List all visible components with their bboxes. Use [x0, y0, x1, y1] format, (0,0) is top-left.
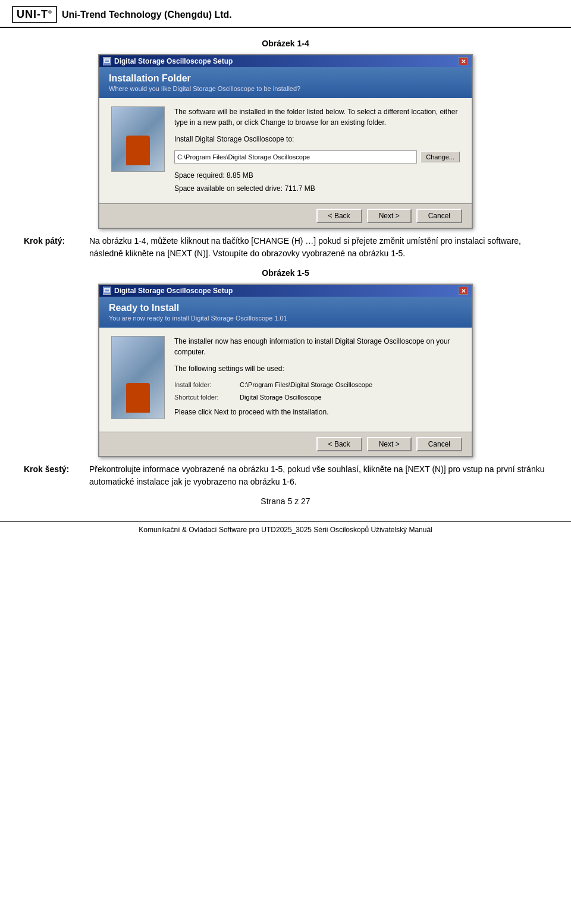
- banner-title-1: Installation Folder: [109, 73, 462, 84]
- figure1-dialog-wrapper: Digital Storage Oscilloscope Setup ✕ Ins…: [24, 54, 547, 229]
- dialog-banner-2: Ready to Install You are now ready to in…: [99, 297, 472, 328]
- settings-row-shortcut: Shortcut folder: Digital Storage Oscillo…: [174, 392, 460, 403]
- titlebar-left-2: Digital Storage Oscilloscope Setup: [103, 287, 233, 295]
- change-button[interactable]: Change...: [421, 152, 460, 162]
- back-button-1[interactable]: < Back: [316, 209, 362, 223]
- dialog-image-1: [111, 106, 165, 172]
- body-text-2c: Please click Next to proceed with the in…: [174, 407, 460, 417]
- step5-row: Krok pátý: Na obrázku 1-4, můžete klikno…: [24, 235, 547, 260]
- step6-label: Krok šestý:: [24, 463, 89, 488]
- back-button-2[interactable]: < Back: [316, 437, 362, 451]
- header-title: Uni-Trend Technology (Chengdu) Ltd.: [62, 10, 232, 20]
- logo: UNI-T®: [12, 6, 57, 23]
- cancel-button-1[interactable]: Cancel: [416, 209, 462, 223]
- dialog-text-area-2: The installer now has enough information…: [174, 336, 460, 423]
- space-required: Space required: 8.85 MB: [174, 169, 460, 183]
- dialog-buttons-1: < Back Next > Cancel: [99, 203, 472, 228]
- main-content: Obrázek 1-4 Digital Storage Oscilloscope…: [0, 28, 571, 521]
- install-path-input[interactable]: [174, 150, 417, 164]
- step5-text: Na obrázku 1-4, můžete kliknout na tlačí…: [89, 235, 547, 260]
- dialog-close-btn-1[interactable]: ✕: [459, 57, 468, 65]
- body-text-1: The software will be installed in the fo…: [174, 106, 460, 128]
- page-number: Strana 5 z 27: [24, 496, 547, 506]
- settings-table: Install folder: C:\Program Files\Digital…: [174, 380, 460, 402]
- shortcut-folder-val: Digital Storage Oscilloscope: [240, 392, 322, 403]
- space-info: Space required: 8.85 MB Space available …: [174, 169, 460, 195]
- dialog-buttons-2: < Back Next > Cancel: [99, 432, 472, 456]
- next-button-2[interactable]: Next >: [367, 437, 412, 451]
- footer-text: Komunikační & Ovládací Software pro UTD2…: [139, 526, 432, 534]
- space-available: Space available on selected drive: 711.7…: [174, 183, 460, 196]
- settings-row-install: Install folder: C:\Program Files\Digital…: [174, 380, 460, 390]
- svg-rect-2: [105, 288, 109, 292]
- dialog-icon-1: [103, 57, 111, 65]
- body-text-2b: The following settings will be used:: [174, 363, 460, 374]
- banner-sub-1: Where would you like Digital Storage Osc…: [109, 85, 462, 92]
- dialog-ready-to-install: Digital Storage Oscilloscope Setup ✕ Rea…: [98, 284, 473, 457]
- step5-label: Krok pátý:: [24, 235, 89, 260]
- dialog-text-area-1: The software will be installed in the fo…: [174, 106, 460, 195]
- dialog-image-2: [111, 336, 165, 419]
- step6-text: Překontrolujte informace vyobrazené na o…: [89, 463, 547, 488]
- body-text-2a: The installer now has enough information…: [174, 336, 460, 357]
- dialog-banner-1: Installation Folder Where would you like…: [99, 67, 472, 98]
- dialog-inner-2: The installer now has enough information…: [99, 328, 472, 432]
- install-folder-val: C:\Program Files\Digital Storage Oscillo…: [240, 380, 372, 390]
- install-label-1: Install Digital Storage Oscilloscope to:: [174, 134, 460, 144]
- dialog-title-2: Digital Storage Oscilloscope Setup: [114, 287, 233, 295]
- dialog-titlebar-1: Digital Storage Oscilloscope Setup ✕: [99, 55, 472, 67]
- figure2-caption: Obrázek 1-5: [24, 268, 547, 278]
- dialog-titlebar-2: Digital Storage Oscilloscope Setup ✕: [99, 285, 472, 297]
- install-folder-label: Install folder:: [174, 380, 240, 390]
- figure2-dialog-wrapper: Digital Storage Oscilloscope Setup ✕ Rea…: [24, 284, 547, 457]
- banner-sub-2: You are now ready to install Digital Sto…: [109, 315, 462, 322]
- shortcut-folder-label: Shortcut folder:: [174, 392, 240, 403]
- dialog-inner-1: The software will be installed in the fo…: [99, 98, 472, 203]
- cancel-button-2[interactable]: Cancel: [416, 437, 462, 451]
- dialog-title-1: Digital Storage Oscilloscope Setup: [114, 57, 233, 65]
- next-button-1[interactable]: Next >: [367, 209, 412, 223]
- footer: Komunikační & Ovládací Software pro UTD2…: [0, 521, 571, 538]
- svg-rect-0: [105, 59, 109, 62]
- header: UNI-T® Uni-Trend Technology (Chengdu) Lt…: [0, 0, 571, 28]
- dialog-icon-2: [103, 287, 111, 295]
- figure1-caption: Obrázek 1-4: [24, 39, 547, 48]
- dialog-close-btn-2[interactable]: ✕: [459, 287, 468, 295]
- step6-row: Krok šestý: Překontrolujte informace vyo…: [24, 463, 547, 488]
- dialog-installation-folder: Digital Storage Oscilloscope Setup ✕ Ins…: [98, 54, 473, 229]
- titlebar-left-1: Digital Storage Oscilloscope Setup: [103, 57, 233, 65]
- banner-title-2: Ready to Install: [109, 303, 462, 313]
- install-path-row: Change...: [174, 150, 460, 164]
